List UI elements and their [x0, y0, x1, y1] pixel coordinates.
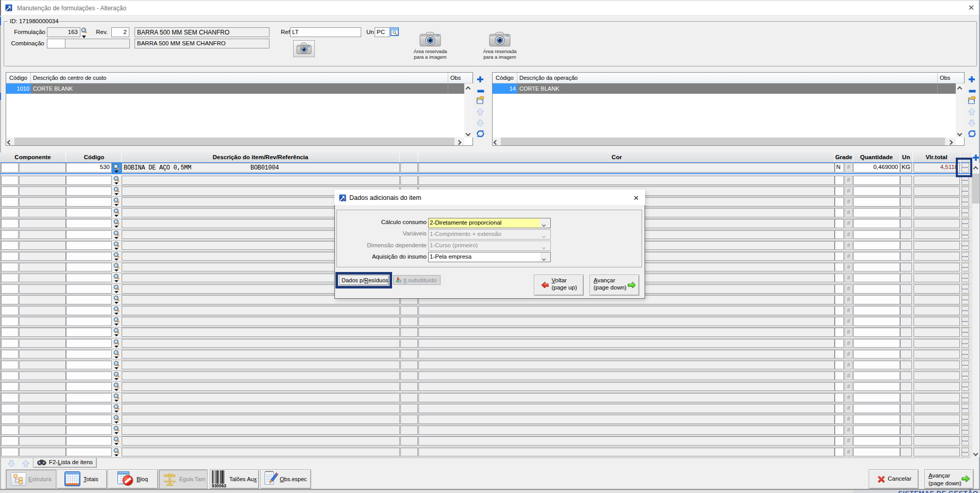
svg-text:930063: 930063 — [212, 483, 226, 488]
